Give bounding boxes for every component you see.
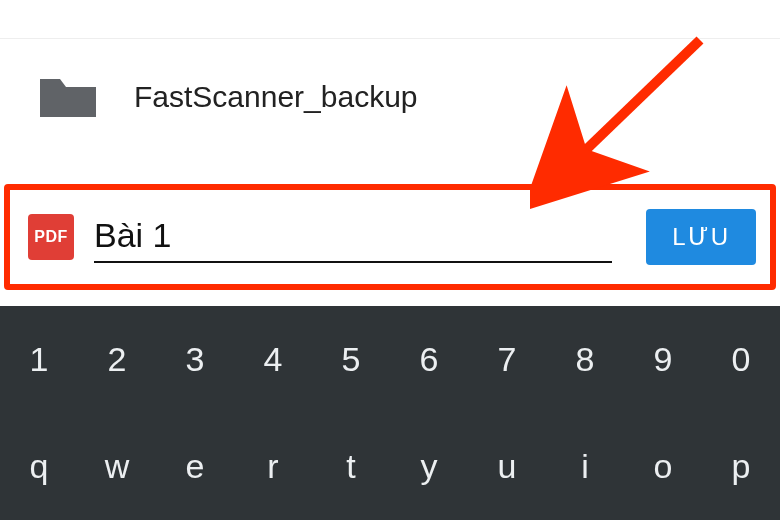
key-r[interactable]: r (234, 413, 312, 520)
folder-row[interactable]: FastScanner_backup (0, 45, 780, 149)
key-w[interactable]: w (78, 413, 156, 520)
file-browser-area: FastScanner_backup PDF LƯU (0, 0, 780, 308)
pdf-icon: PDF (28, 214, 74, 260)
filename-input[interactable] (94, 212, 612, 263)
key-7[interactable]: 7 (468, 306, 546, 413)
folder-icon (38, 73, 98, 121)
keyboard-letter-row: qwertyuiop (0, 413, 780, 520)
key-9[interactable]: 9 (624, 306, 702, 413)
key-0[interactable]: 0 (702, 306, 780, 413)
key-6[interactable]: 6 (390, 306, 468, 413)
key-t[interactable]: t (312, 413, 390, 520)
key-q[interactable]: q (0, 413, 78, 520)
key-o[interactable]: o (624, 413, 702, 520)
key-3[interactable]: 3 (156, 306, 234, 413)
key-u[interactable]: u (468, 413, 546, 520)
key-8[interactable]: 8 (546, 306, 624, 413)
save-button[interactable]: LƯU (646, 209, 756, 265)
key-5[interactable]: 5 (312, 306, 390, 413)
key-4[interactable]: 4 (234, 306, 312, 413)
key-e[interactable]: e (156, 413, 234, 520)
key-p[interactable]: p (702, 413, 780, 520)
key-1[interactable]: 1 (0, 306, 78, 413)
on-screen-keyboard: 1234567890 qwertyuiop (0, 306, 780, 520)
key-y[interactable]: y (390, 413, 468, 520)
key-2[interactable]: 2 (78, 306, 156, 413)
keyboard-number-row: 1234567890 (0, 306, 780, 413)
divider (0, 38, 780, 39)
folder-name-label: FastScanner_backup (134, 80, 418, 114)
filename-save-bar: PDF LƯU (4, 184, 776, 290)
key-i[interactable]: i (546, 413, 624, 520)
